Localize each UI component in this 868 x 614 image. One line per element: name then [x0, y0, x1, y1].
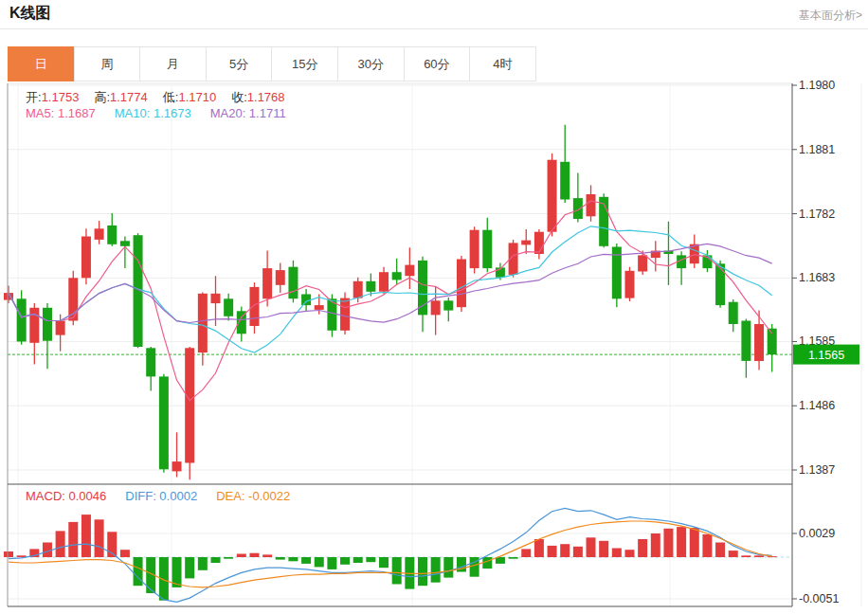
svg-text:1.1683: 1.1683 [799, 271, 835, 284]
page-title: K线图 [9, 4, 51, 24]
period-tabbar: 日 周 月 5分 15分 30分 60分 4时 [8, 46, 536, 81]
tab-week[interactable]: 周 [74, 46, 141, 81]
svg-text:1.1980: 1.1980 [799, 81, 835, 92]
price-axis: 1.19801.18811.17821.16831.15851.14861.13… [792, 81, 839, 605]
svg-text:1.1565: 1.1565 [808, 349, 844, 362]
ma5-line [9, 201, 772, 401]
svg-text:1.1387: 1.1387 [799, 463, 835, 477]
gridlines [8, 83, 792, 606]
svg-text:0.0029: 0.0029 [799, 527, 835, 540]
tab-month[interactable]: 月 [139, 46, 207, 81]
header-divider [0, 28, 868, 29]
svg-text:-0.0051: -0.0051 [799, 592, 839, 605]
tab-5min[interactable]: 5分 [206, 46, 273, 81]
current-price-badge: 1.1565 [793, 345, 859, 365]
tab-4hour[interactable]: 4时 [469, 46, 536, 81]
tab-60min[interactable]: 60分 [404, 46, 471, 81]
svg-text:1.1486: 1.1486 [799, 399, 835, 412]
tab-15min[interactable]: 15分 [271, 46, 338, 81]
svg-text:1.1881: 1.1881 [799, 143, 835, 156]
svg-text:1.1782: 1.1782 [799, 208, 835, 221]
fundamental-analysis-link[interactable]: 基本面分析> [799, 8, 862, 24]
tab-day[interactable]: 日 [8, 46, 75, 81]
candles[interactable] [4, 125, 777, 480]
kline-chart[interactable]: 1.19801.18811.17821.16831.15851.14861.13… [0, 81, 868, 614]
tab-30min[interactable]: 30分 [337, 46, 405, 81]
